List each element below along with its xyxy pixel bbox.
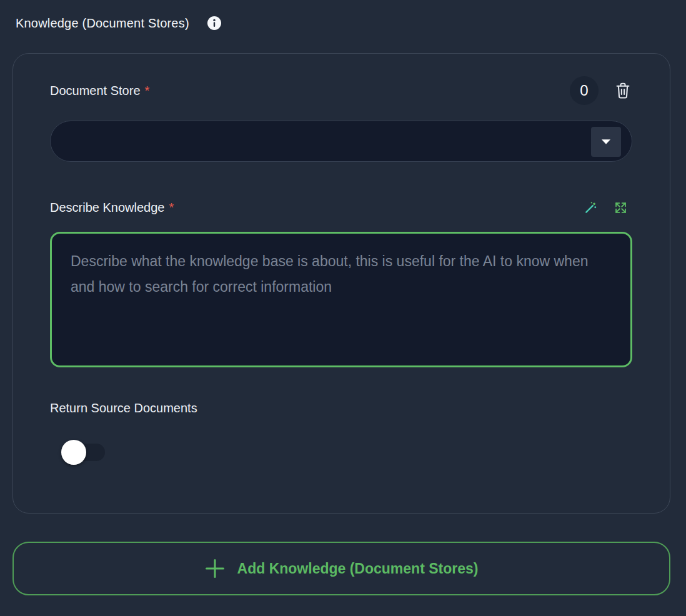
page-title: Knowledge (Document Stores): [16, 16, 189, 31]
required-asterisk: *: [169, 201, 174, 214]
describe-knowledge-row: Describe Knowledge*: [50, 199, 632, 216]
info-icon[interactable]: [207, 16, 222, 31]
plus-icon: [205, 559, 225, 579]
card-controls: 0: [570, 76, 632, 105]
describe-knowledge-label: Describe Knowledge: [50, 201, 164, 214]
describe-knowledge-textarea[interactable]: [50, 232, 632, 367]
return-source-documents-label-group: Return Source Documents: [50, 401, 632, 415]
document-store-label-group: Document Store*: [50, 84, 149, 98]
add-knowledge-button[interactable]: Add Knowledge (Document Stores): [12, 542, 670, 595]
describe-knowledge-label-group: Describe Knowledge*: [50, 201, 174, 215]
count-badge: 0: [570, 76, 599, 105]
chevron-down-icon[interactable]: [591, 127, 621, 157]
knowledge-card: Document Store* 0 Describe Kn: [12, 53, 670, 514]
describe-knowledge-actions: [584, 201, 632, 215]
return-source-documents-toggle[interactable]: [60, 439, 106, 465]
expand-icon[interactable]: [614, 201, 627, 214]
document-store-select[interactable]: [50, 121, 632, 162]
wand-icon[interactable]: [584, 201, 598, 215]
document-store-label: Document Store: [50, 84, 141, 97]
panel-header: Knowledge (Document Stores): [0, 0, 686, 31]
document-store-row: Document Store* 0: [50, 76, 632, 105]
trash-icon[interactable]: [614, 81, 632, 100]
required-asterisk: *: [145, 84, 150, 97]
add-knowledge-button-label: Add Knowledge (Document Stores): [237, 560, 479, 577]
toggle-knob: [61, 440, 86, 465]
return-source-documents-label: Return Source Documents: [50, 401, 197, 415]
